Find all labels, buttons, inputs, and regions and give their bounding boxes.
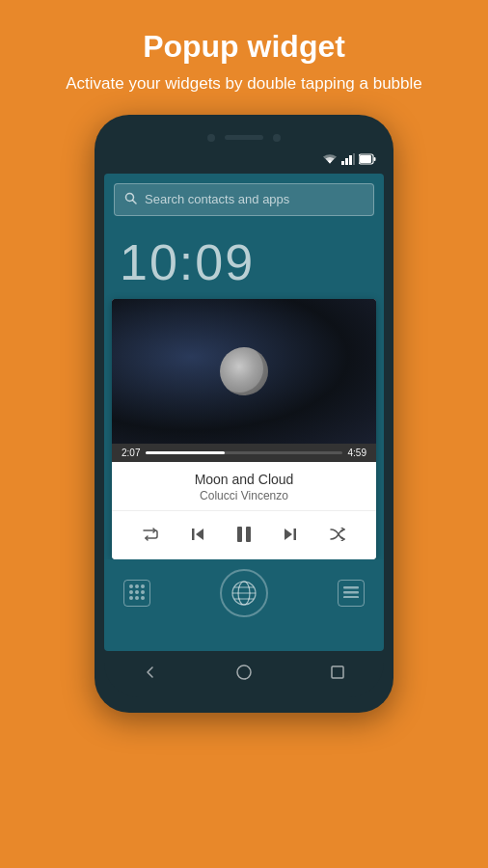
track-artist: Colucci Vincenzo	[123, 489, 365, 502]
svg-point-23	[237, 665, 251, 679]
signal-icon	[341, 153, 355, 168]
svg-rect-5	[360, 155, 371, 163]
svg-rect-21	[343, 591, 359, 594]
clock: 10:09	[104, 224, 384, 299]
track-name: Moon and Cloud	[123, 472, 365, 487]
shuffle-button[interactable]	[324, 521, 351, 548]
nav-bar	[104, 651, 384, 697]
screen-bottom	[104, 559, 384, 627]
menu-button-right[interactable]	[338, 580, 365, 607]
pause-button[interactable]	[230, 521, 258, 548]
music-widget: 2:07 4:59 Moon and Cloud Colucci Vincenz…	[112, 299, 376, 559]
home-button[interactable]	[232, 661, 256, 684]
total-time: 4:59	[348, 448, 366, 458]
svg-rect-3	[353, 153, 355, 165]
svg-rect-14	[294, 529, 297, 540]
phone-top-bar	[104, 130, 384, 151]
status-bar	[104, 151, 384, 174]
svg-rect-20	[343, 586, 359, 589]
header-section: Popup widget Activate your widgets by do…	[46, 0, 442, 115]
next-button[interactable]	[277, 521, 304, 548]
phone-screen: Search contacts and apps 10:09 2:07 4:59…	[104, 174, 384, 651]
current-time: 2:07	[122, 448, 140, 458]
search-placeholder: Search contacts and apps	[145, 192, 289, 206]
front-camera	[207, 134, 215, 142]
moon-shape	[220, 347, 268, 395]
svg-rect-1	[345, 158, 348, 165]
svg-marker-9	[196, 529, 203, 540]
page-subtitle: Activate your widgets by double tapping …	[66, 72, 422, 95]
prev-button[interactable]	[184, 521, 211, 548]
svg-rect-24	[332, 666, 343, 678]
progress-fill	[146, 451, 224, 454]
dots-grid-icon	[129, 584, 146, 601]
progress-bar[interactable]	[146, 451, 341, 454]
svg-rect-12	[246, 527, 251, 542]
phone-frame: Search contacts and apps 10:09 2:07 4:59…	[95, 115, 393, 713]
track-info: Moon and Cloud Colucci Vincenzo	[112, 462, 376, 510]
progress-row: 2:07 4:59	[112, 444, 376, 462]
svg-rect-22	[343, 596, 359, 598]
globe-bubble[interactable]	[220, 569, 268, 617]
svg-rect-10	[192, 529, 195, 540]
svg-rect-0	[341, 161, 344, 165]
front-camera-2	[273, 134, 281, 142]
svg-rect-11	[237, 527, 242, 542]
battery-icon	[359, 153, 376, 168]
apps-button-left[interactable]	[123, 580, 150, 607]
page-title: Popup widget	[66, 29, 422, 65]
wifi-icon	[322, 153, 338, 168]
svg-marker-13	[285, 529, 292, 540]
speaker	[225, 135, 263, 140]
album-art	[112, 299, 376, 444]
svg-rect-6	[374, 157, 376, 161]
controls-row	[112, 510, 376, 559]
search-icon	[124, 192, 137, 207]
repeat-button[interactable]	[137, 521, 164, 548]
svg-line-8	[133, 200, 137, 203]
recents-button[interactable]	[326, 661, 349, 684]
svg-rect-2	[349, 155, 352, 165]
back-button[interactable]	[139, 661, 162, 684]
search-bar[interactable]: Search contacts and apps	[114, 183, 374, 216]
list-icon	[343, 584, 359, 602]
